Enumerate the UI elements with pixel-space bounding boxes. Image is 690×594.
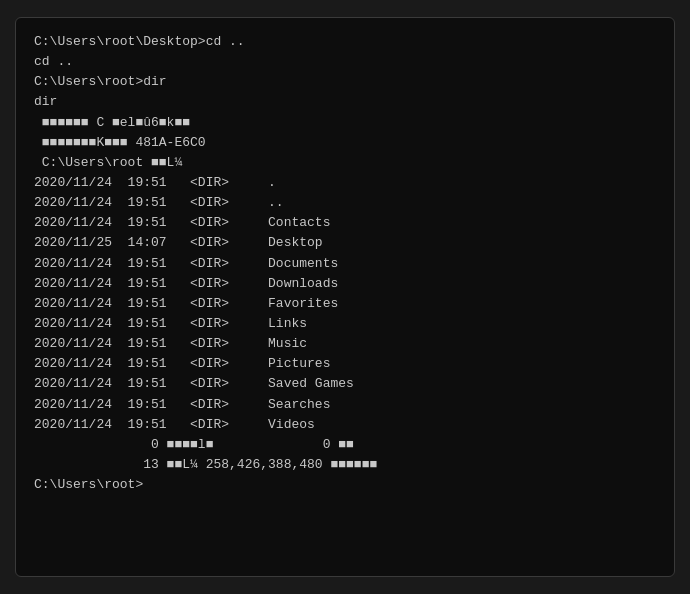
line-dir-path: C:\Users\root ■■L¼ [34, 153, 656, 173]
dir-entry-5: 2020/11/24 19:51 <DIR> Downloads [34, 274, 656, 294]
dir-entry-3: 2020/11/25 14:07 <DIR> Desktop [34, 233, 656, 253]
dir-entry-8: 2020/11/24 19:51 <DIR> Music [34, 334, 656, 354]
line-summary-2: 13 ■■L¼ 258,426,388,480 ■■■■■■ [34, 455, 656, 475]
dir-entry-7: 2020/11/24 19:51 <DIR> Links [34, 314, 656, 334]
dir-entry-0: 2020/11/24 19:51 <DIR> . [34, 173, 656, 193]
dir-entry-11: 2020/11/24 19:51 <DIR> Searches [34, 395, 656, 415]
line-dir-command: C:\Users\root>dir [34, 72, 656, 92]
line-prompt-end[interactable]: C:\Users\root> [34, 475, 656, 495]
dir-entry-2: 2020/11/24 19:51 <DIR> Contacts [34, 213, 656, 233]
line-serial: ■■■■■■■K■■■ 481A-E6C0 [34, 133, 656, 153]
line-summary-1: 0 ■■■■l■ 0 ■■ [34, 435, 656, 455]
line-cd-command: C:\Users\root\Desktop>cd .. [34, 32, 656, 52]
line-dir-echo: dir [34, 92, 656, 112]
dir-entry-12: 2020/11/24 19:51 <DIR> Videos [34, 415, 656, 435]
line-volume-info: ■■■■■■ C ■el■û6■k■■ [34, 113, 656, 133]
dir-entry-9: 2020/11/24 19:51 <DIR> Pictures [34, 354, 656, 374]
dir-entry-10: 2020/11/24 19:51 <DIR> Saved Games [34, 374, 656, 394]
terminal-window: C:\Users\root\Desktop>cd .. cd .. C:\Use… [15, 17, 675, 577]
dir-entry-1: 2020/11/24 19:51 <DIR> .. [34, 193, 656, 213]
dir-listing: 2020/11/24 19:51 <DIR> .2020/11/24 19:51… [34, 173, 656, 435]
line-cd-output: cd .. [34, 52, 656, 72]
dir-entry-4: 2020/11/24 19:51 <DIR> Documents [34, 254, 656, 274]
dir-entry-6: 2020/11/24 19:51 <DIR> Favorites [34, 294, 656, 314]
